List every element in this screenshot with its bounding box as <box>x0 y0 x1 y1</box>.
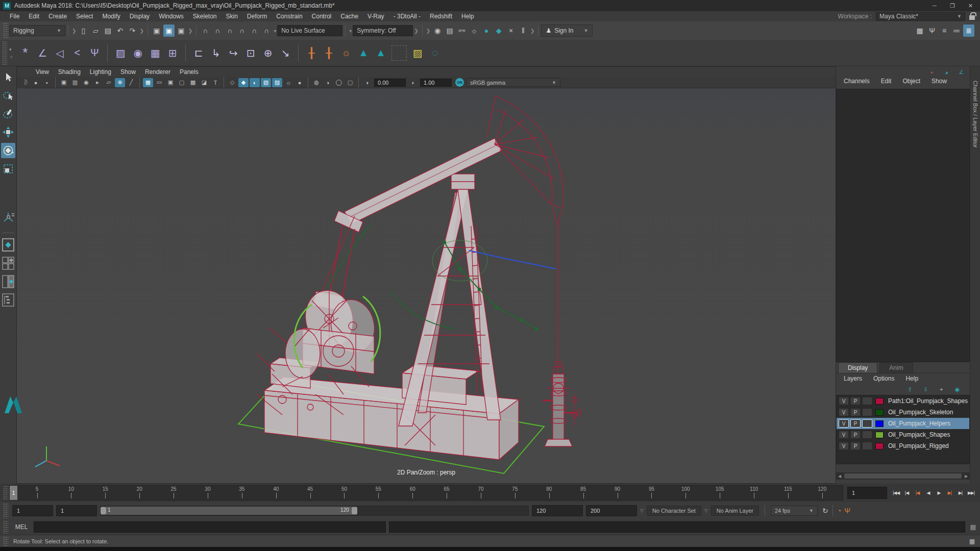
snap-grid-icon[interactable]: ∩ <box>200 24 211 37</box>
motion-blur-icon[interactable]: ◑ <box>323 78 333 87</box>
bookmark-icon[interactable]: ▸ <box>92 78 103 87</box>
rangeslider-grip[interactable] <box>3 503 8 518</box>
live-surface-field[interactable]: No Live Surface <box>277 25 342 36</box>
locator-b-icon[interactable]: ╂ <box>320 44 337 62</box>
layer-playback-toggle[interactable]: P <box>850 397 861 405</box>
scroll-right-icon[interactable]: ▶ <box>963 474 970 479</box>
layer-display-type-toggle[interactable] <box>862 419 872 428</box>
fps-dropdown[interactable]: 24 fps▼ <box>771 506 818 516</box>
tool-settings-icon[interactable]: ≔ <box>951 24 962 37</box>
menu-cache[interactable]: Cache <box>336 11 363 21</box>
bind-skin-icon[interactable]: ◉ <box>129 44 146 62</box>
snap-point-icon[interactable]: ∩ <box>224 24 235 37</box>
range-slider-track[interactable]: 1 120 <box>100 506 529 516</box>
select-component-icon[interactable]: ▣ <box>176 24 187 37</box>
shadows-icon[interactable]: ● <box>295 78 305 87</box>
channel-box-empty-area[interactable] <box>836 89 970 362</box>
shelf-options-gear-icon[interactable]: ☼ <box>9 54 13 59</box>
close-button[interactable]: ✕ <box>968 3 973 9</box>
menu-help[interactable]: Help <box>457 11 479 21</box>
redo-icon[interactable]: ↷ <box>127 24 138 37</box>
layer-row[interactable]: VPPath1:Oil_Pumpjack_Shapes <box>837 395 969 407</box>
menu-control[interactable]: Control <box>307 11 336 21</box>
open-scene-icon[interactable]: ▱ <box>90 24 101 37</box>
scroll-left-icon[interactable]: ◀ <box>836 474 843 479</box>
go-to-end-button[interactable]: ▶▶| <box>966 487 976 498</box>
shaded-icon[interactable]: ◆ <box>238 78 249 87</box>
graph-icon[interactable]: ∠ <box>957 67 966 77</box>
ik-handle-icon[interactable]: ∠ <box>34 44 51 62</box>
minimize-button[interactable]: ─ <box>933 3 937 9</box>
universal-manipulator-button[interactable] <box>1 210 15 226</box>
channel-box-side-tab[interactable]: Channel Box / Layer Editor <box>970 66 980 484</box>
snap-viewplane-icon[interactable]: ∩ <box>249 24 260 37</box>
save-scene-icon[interactable]: ▤ <box>102 24 113 37</box>
interactive-render-off-icon[interactable]: × <box>505 24 517 37</box>
animation-preferences-icon[interactable]: Ψ <box>843 507 852 515</box>
undo-icon[interactable]: ↶ <box>114 24 126 37</box>
panel-menu-panels[interactable]: Panels <box>175 67 203 77</box>
channelbox-menu-object[interactable]: Object <box>898 78 925 85</box>
rotate-tool-button[interactable] <box>1 143 15 158</box>
go-to-start-button[interactable]: |◀◀ <box>891 487 901 498</box>
layout-four-pane-button[interactable] <box>1 256 15 271</box>
snap-center-icon[interactable]: ∩ <box>236 24 248 37</box>
menu-redshift[interactable]: Redshift <box>425 11 457 21</box>
current-frame-indicator[interactable]: 1 <box>10 486 17 500</box>
safe-action-icon[interactable]: ◪ <box>199 78 209 87</box>
layer-playback-toggle[interactable]: P <box>850 442 861 450</box>
dim-a-icon[interactable]: ● <box>31 78 41 87</box>
layer-color-swatch[interactable] <box>875 409 884 416</box>
contrast-field[interactable]: 1.00 <box>420 79 452 87</box>
point-constraint-icon[interactable]: ↳ <box>207 44 225 62</box>
chevron-down-icon[interactable]: ▾ <box>349 28 352 34</box>
menu-skin[interactable]: Skin <box>222 11 242 21</box>
layer-row[interactable]: VPOil_Pumpjack_Skeleton <box>837 407 969 418</box>
view-transform-dropdown[interactable]: sRGB gamma▼ <box>466 78 560 87</box>
scrollbar-thumb[interactable] <box>844 473 962 479</box>
resolution-gate-icon[interactable]: ▣ <box>165 78 176 87</box>
animation-clock-icon[interactable]: ◔ <box>836 507 843 515</box>
layer-color-swatch[interactable] <box>875 432 884 438</box>
play-backwards-button[interactable]: ◀ <box>923 487 933 498</box>
maximize-button[interactable]: ❐ <box>950 3 955 9</box>
screenspace-ao-icon[interactable]: ◍ <box>311 78 322 87</box>
lasso-select-tool-button[interactable] <box>1 88 15 103</box>
animation-start-field[interactable]: 1 <box>12 505 53 516</box>
camera-attributes-icon[interactable]: ◉ <box>81 78 91 87</box>
menu-create[interactable]: Create <box>44 11 71 21</box>
commandline-grip[interactable] <box>3 520 8 534</box>
camera-select-icon[interactable]: ▣ <box>59 78 69 87</box>
menu-deform[interactable]: Deform <box>242 11 272 21</box>
paint-skin-weights-icon[interactable]: ▨ <box>112 44 129 62</box>
anim-layer-selector[interactable]: No Anim Layer <box>711 506 759 516</box>
select-tool-button[interactable] <box>1 69 15 85</box>
menu-windows[interactable]: Windows <box>154 11 188 21</box>
scale-tool-button[interactable] <box>1 161 15 177</box>
layer-playback-toggle[interactable]: P <box>850 431 861 439</box>
shelf-grip[interactable] <box>2 41 7 65</box>
modeling-toolkit-icon[interactable]: ▩ <box>914 24 925 37</box>
playback-loop-icon[interactable]: ↻ <box>821 507 830 515</box>
layer-menu-layers[interactable]: Layers <box>839 373 867 384</box>
range-start-handle[interactable] <box>101 507 106 514</box>
layer-display-type-toggle[interactable] <box>862 397 872 405</box>
playback-start-field[interactable]: 1 <box>56 505 97 516</box>
playback-end-field[interactable]: 120 <box>532 505 583 516</box>
shelf-tab-menu-icon[interactable]: ▾ <box>9 47 13 52</box>
layer-visibility-toggle[interactable]: V <box>839 442 849 450</box>
channelbox-menu-show[interactable]: Show <box>927 78 951 85</box>
menu-modify[interactable]: Modify <box>97 11 125 21</box>
use-all-lights-icon[interactable]: ▧ <box>261 78 271 87</box>
gate-mask-icon[interactable]: ▢ <box>177 78 187 87</box>
menu-set-dropdown[interactable]: Rigging▼ <box>9 25 65 36</box>
lookdev-icon[interactable]: ◆ <box>493 24 504 37</box>
menu--3dtoall-[interactable]: - 3DtoAll - <box>389 11 425 21</box>
layer-row[interactable]: VPOil_Pumpjack_Helpers <box>837 418 969 429</box>
attribute-editor-icon[interactable]: ≡ <box>939 24 950 37</box>
panel-menu-show[interactable]: Show <box>116 67 140 77</box>
select-hierarchy-icon[interactable]: ▣ <box>151 24 162 37</box>
layer-menu-help[interactable]: Help <box>901 373 923 384</box>
step-back-key-button[interactable]: |◀ <box>913 487 922 498</box>
image-plane-icon[interactable]: ▱ <box>104 78 114 87</box>
